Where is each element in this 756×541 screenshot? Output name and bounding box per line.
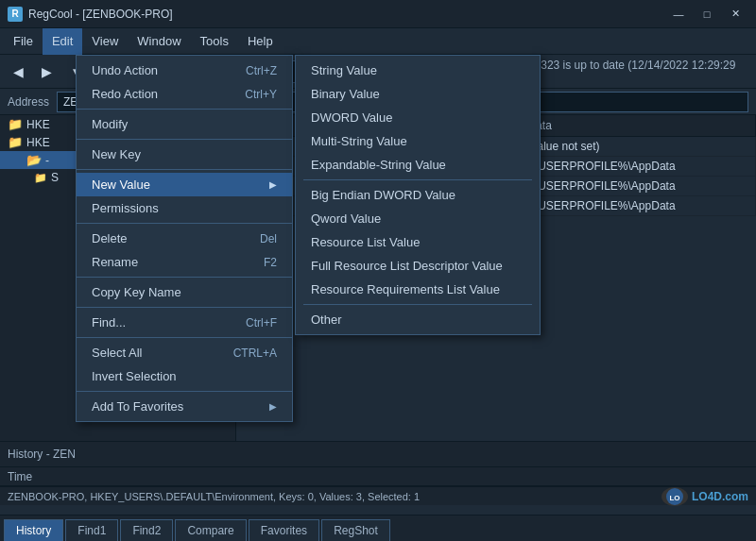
tab-history[interactable]: History bbox=[4, 519, 63, 541]
col-data: Data bbox=[520, 115, 756, 137]
tab-find1[interactable]: Find1 bbox=[65, 519, 118, 541]
nv-string[interactable]: String Value bbox=[296, 59, 540, 82]
menu-invert-selection[interactable]: Invert Selection bbox=[77, 364, 292, 388]
menu-sep-8 bbox=[77, 391, 292, 392]
folder-icon: 📁 bbox=[8, 135, 23, 149]
tab-favorites[interactable]: Favorites bbox=[249, 519, 319, 541]
nv-qword[interactable]: Qword Value bbox=[296, 207, 540, 230]
title-bar-text: RegCool - [ZENBOOK-PRO] bbox=[28, 8, 173, 21]
menu-new-key[interactable]: New Key bbox=[77, 143, 292, 166]
menu-permissions[interactable]: Permissions bbox=[77, 196, 292, 220]
menu-select-all[interactable]: Select All CTRL+A bbox=[77, 341, 292, 364]
title-bar: R RegCool - [ZENBOOK-PRO] — □ ✕ bbox=[0, 0, 756, 28]
menu-rename[interactable]: Rename F2 bbox=[77, 250, 292, 274]
menu-sep-3 bbox=[77, 169, 292, 170]
time-col-header: Time bbox=[8, 470, 32, 483]
nv-resource-req[interactable]: Resource Requirements List Value bbox=[296, 278, 540, 301]
title-bar-controls: — □ ✕ bbox=[665, 5, 748, 24]
menu-modify[interactable]: Modify bbox=[77, 112, 292, 136]
new-value-submenu: String Value Binary Value DWORD Value Mu… bbox=[295, 55, 541, 335]
menu-sep-5 bbox=[77, 277, 292, 278]
menu-view[interactable]: View bbox=[82, 28, 128, 55]
menu-sep-2 bbox=[77, 139, 292, 140]
menu-sep-6 bbox=[77, 307, 292, 308]
menu-window[interactable]: Window bbox=[128, 28, 190, 55]
menu-sep-1 bbox=[77, 109, 292, 110]
menu-delete[interactable]: Delete Del bbox=[77, 227, 292, 250]
back-button[interactable]: ◀ bbox=[6, 59, 30, 85]
forward-button[interactable]: ▶ bbox=[34, 59, 59, 85]
menu-help[interactable]: Help bbox=[238, 28, 283, 55]
nv-full-resource[interactable]: Full Resource List Descriptor Value bbox=[296, 254, 540, 278]
logo-area: LO LO4D.com bbox=[662, 487, 748, 506]
menu-tools[interactable]: Tools bbox=[191, 28, 238, 55]
menu-add-to-favorites[interactable]: Add To Favorites ▶ bbox=[77, 395, 292, 418]
tab-regshot[interactable]: RegShot bbox=[321, 519, 390, 541]
nv-sep-2 bbox=[303, 304, 532, 305]
menu-find[interactable]: Find... Ctrl+F bbox=[77, 311, 292, 334]
history-label: History - ZEN bbox=[8, 448, 76, 461]
edit-menu-dropdown: Undo Action Ctrl+Z Redo Action Ctrl+Y Mo… bbox=[76, 55, 293, 422]
logo-text: LO4D.com bbox=[692, 490, 748, 503]
minimize-button[interactable]: — bbox=[665, 5, 692, 24]
menu-copy-key-name[interactable]: Copy Key Name bbox=[77, 280, 292, 304]
logo-icon: LO bbox=[662, 487, 688, 506]
history-bar: History - ZEN bbox=[0, 441, 756, 467]
status-bar: ZENBOOK-PRO, HKEY_USERS\.DEFAULT\Environ… bbox=[0, 486, 756, 505]
bottom-tabs: History Find1 Find2 Compare Favorites Re… bbox=[0, 515, 756, 541]
svg-text:LO: LO bbox=[669, 494, 679, 502]
folder-icon: 📁 bbox=[8, 117, 23, 131]
nv-dword[interactable]: DWORD Value bbox=[296, 106, 540, 129]
address-label: Address bbox=[8, 95, 49, 109]
tab-compare[interactable]: Compare bbox=[175, 519, 246, 541]
menu-bar: File Edit View Window Tools Help bbox=[0, 28, 756, 55]
app-icon: R bbox=[8, 7, 23, 22]
nv-big-endian-dword[interactable]: Big Endian DWORD Value bbox=[296, 183, 540, 207]
nv-expandable-string[interactable]: Expandable-String Value bbox=[296, 153, 540, 177]
nv-resource-list[interactable]: Resource List Value bbox=[296, 230, 540, 254]
menu-sep-7 bbox=[77, 337, 292, 338]
close-button[interactable]: ✕ bbox=[722, 5, 748, 24]
status-text: ZENBOOK-PRO, HKEY_USERS\.DEFAULT\Environ… bbox=[8, 491, 420, 502]
menu-new-value[interactable]: New Value ▶ bbox=[77, 173, 292, 196]
maximize-button[interactable]: □ bbox=[694, 5, 720, 24]
menu-redo[interactable]: Redo Action Ctrl+Y bbox=[77, 82, 292, 106]
nv-binary[interactable]: Binary Value bbox=[296, 82, 540, 106]
menu-edit[interactable]: Edit bbox=[43, 28, 82, 55]
history-table-header: Time bbox=[0, 467, 756, 486]
title-bar-left: R RegCool - [ZENBOOK-PRO] bbox=[8, 7, 173, 22]
nv-other[interactable]: Other bbox=[296, 308, 540, 331]
nv-multi-string[interactable]: Multi-String Value bbox=[296, 129, 540, 153]
tab-find2[interactable]: Find2 bbox=[120, 519, 173, 541]
small-folder-icon: 📁 bbox=[34, 172, 47, 184]
menu-undo[interactable]: Undo Action Ctrl+Z bbox=[77, 59, 292, 82]
menu-file[interactable]: File bbox=[4, 28, 43, 55]
folder-icon-selected: 📂 bbox=[26, 153, 42, 167]
nv-sep-1 bbox=[303, 179, 532, 180]
menu-sep-4 bbox=[77, 223, 292, 224]
